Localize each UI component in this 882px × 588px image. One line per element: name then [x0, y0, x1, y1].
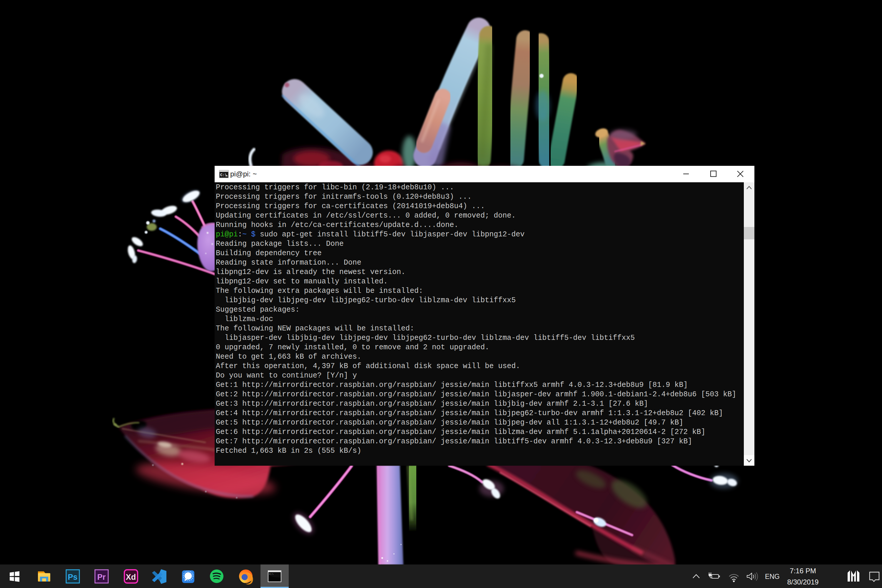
svg-text:Ps: Ps — [68, 573, 77, 582]
svg-text:C:\: C:\ — [220, 173, 227, 177]
svg-text:Xd: Xd — [126, 573, 136, 582]
svg-text:Pr: Pr — [98, 573, 106, 582]
svg-text:C:\: C:\ — [269, 573, 274, 575]
svg-text:ENG: ENG — [765, 573, 780, 580]
